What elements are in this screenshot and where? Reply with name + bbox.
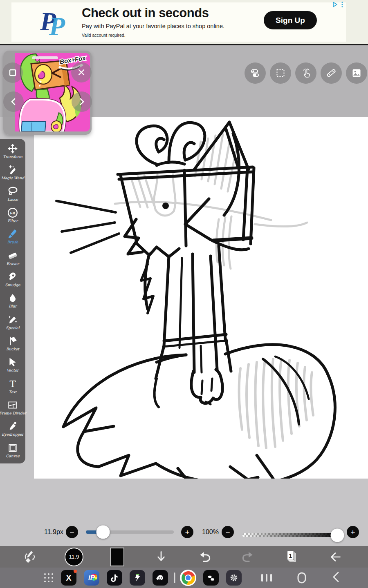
close-icon (78, 69, 85, 76)
connected-apps-icon[interactable] (203, 570, 219, 586)
ad-headline: Check out in seconds (82, 6, 209, 20)
ad-subtext: Pay with PayPal at your favorite places … (82, 23, 224, 29)
finger-gesture-button[interactable] (295, 62, 316, 84)
tool-label: Transform (3, 155, 22, 159)
toggle-switches-icon (250, 68, 260, 78)
music-note-icon (110, 573, 119, 583)
tool-label: Special (6, 326, 19, 330)
swap-brush-eraser-button[interactable] (23, 549, 38, 565)
tool-label: Lasso (7, 198, 18, 202)
image-icon (351, 68, 362, 78)
discord-face-icon (155, 572, 166, 583)
opacity-thumb[interactable] (331, 528, 344, 542)
bottom-toolbar: 11.9 1 (0, 546, 368, 568)
blur-icon (7, 293, 18, 303)
sign-up-button[interactable]: Sign Up (264, 11, 317, 29)
settings-gear-app-icon[interactable] (226, 570, 242, 586)
ibispaint-app-icon[interactable]: iP (84, 570, 99, 586)
tool-canvas[interactable]: Canvas (0, 440, 25, 461)
tool-property-toggles-button[interactable] (245, 62, 266, 84)
previous-image-button[interactable] (3, 91, 24, 112)
ad-menu-dots-icon[interactable] (341, 1, 343, 8)
eraser-icon (7, 250, 18, 261)
brush-size-slider[interactable] (86, 530, 174, 534)
redo-button[interactable] (240, 549, 256, 565)
gear-icon (229, 572, 239, 583)
tool-blur[interactable]: Blur (0, 290, 25, 311)
fox-sketch (34, 117, 368, 479)
opacity-value: 100% (202, 528, 219, 536)
drawing-canvas[interactable] (34, 117, 368, 479)
svg-text:T: T (9, 379, 16, 389)
x-app-icon[interactable]: X (61, 570, 76, 586)
tool-magic-wand[interactable]: Magic Wand (0, 162, 25, 183)
brush-size-thumb[interactable] (96, 526, 110, 539)
tool-special[interactable]: Special (0, 312, 25, 333)
opacity-plus-button[interactable]: + (347, 526, 359, 538)
back-button[interactable] (328, 549, 343, 565)
tool-brush[interactable]: Brush (0, 226, 25, 247)
notification-dot (74, 570, 77, 573)
bucket-icon (7, 336, 18, 346)
tool-smudge[interactable]: Smudge (0, 269, 25, 290)
tool-label: Frame Divider (0, 411, 26, 415)
ad-disclaimer: Valid account required. (82, 33, 126, 38)
svg-text:P: P (49, 12, 65, 38)
app-drawer-button[interactable] (44, 573, 53, 582)
chrome-app-icon[interactable] (180, 570, 196, 586)
home-button[interactable] (298, 572, 306, 584)
tool-label: Blur (9, 304, 17, 308)
ad-banner[interactable]: P P Check out in seconds Pay with PayPal… (0, 0, 368, 44)
tool-vector[interactable]: Vector (0, 354, 25, 375)
active-layer-number: 1 (289, 552, 292, 559)
chevron-left-icon (10, 98, 17, 105)
linked-pills-icon (206, 573, 216, 583)
minimize-icon (9, 69, 16, 76)
undo-button[interactable] (197, 549, 212, 565)
back-arrow-icon (328, 549, 343, 565)
close-window-button[interactable] (71, 62, 92, 82)
tool-label: Vector (7, 368, 18, 372)
tool-text[interactable]: T Text (0, 376, 25, 397)
brush-preview-size: 11.9 (69, 554, 79, 560)
tool-eyedropper[interactable]: Eyedropper (0, 418, 25, 439)
tool-frame-divider[interactable]: Frame Divider (0, 397, 25, 418)
brush-size-minus-button[interactable]: − (66, 526, 78, 538)
brush-preview-button[interactable]: 11.9 (65, 548, 83, 566)
transform-icon (7, 143, 18, 154)
current-color-swatch (110, 548, 124, 566)
reference-image-button[interactable] (346, 62, 367, 84)
tool-bucket[interactable]: Bucket (0, 333, 25, 354)
pull-down-button[interactable] (153, 549, 169, 565)
window-drag-handle[interactable] (32, 56, 58, 59)
opacity-minus-button[interactable]: − (222, 526, 234, 538)
tool-label: Bucket (6, 347, 19, 351)
tool-label: Text (9, 390, 16, 394)
selection-marquee-button[interactable] (270, 62, 291, 84)
reference-window[interactable]: Box+Fox (3, 51, 92, 135)
recents-button[interactable] (261, 574, 272, 582)
redo-icon (240, 549, 256, 565)
flash-app-icon[interactable] (130, 570, 145, 586)
tiktok-app-icon[interactable] (107, 570, 122, 586)
tool-lasso[interactable]: Lasso (0, 183, 25, 205)
chevron-right-icon (78, 98, 85, 105)
next-image-button[interactable] (72, 91, 92, 112)
android-taskbar: X iP (0, 568, 368, 588)
layers-button[interactable]: 1 (284, 549, 299, 565)
opacity-slider[interactable] (242, 533, 341, 537)
down-arrow-icon (153, 549, 169, 565)
discord-app-icon[interactable] (153, 570, 168, 586)
tool-label: Smudge (5, 283, 20, 287)
tool-eraser[interactable]: Eraser (0, 247, 25, 269)
frame-divider-icon (7, 400, 18, 410)
ruler-button[interactable] (321, 62, 342, 84)
taskbar-divider (174, 572, 175, 583)
brush-size-plus-button[interactable]: + (181, 526, 193, 538)
tool-transform[interactable]: Transform (0, 140, 25, 162)
color-swatch-button[interactable] (110, 548, 124, 566)
minimize-window-button[interactable] (2, 62, 23, 83)
tool-filter[interactable]: FX Filter (0, 205, 25, 226)
nav-back-button[interactable] (331, 571, 341, 585)
adchoices-icon[interactable] (332, 1, 339, 8)
